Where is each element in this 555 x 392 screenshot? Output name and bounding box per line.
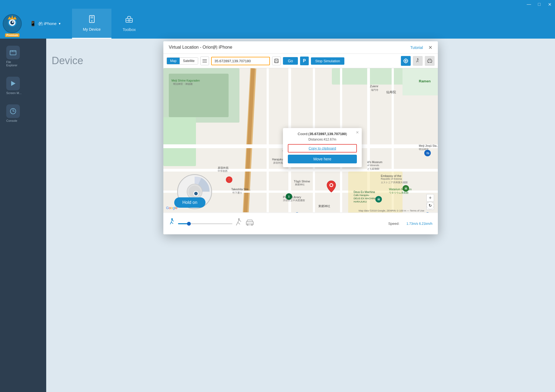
svg-point-37 (330, 184, 332, 186)
nav-bar: Premium 📱 ·的 iPhone ▼ My Device (0, 9, 555, 39)
location-popup: Coord:(35.672897,139.707180) Distances:4… (283, 128, 362, 167)
screen-mirror-icon (6, 77, 20, 90)
move-here-button[interactable]: Move here (288, 155, 357, 163)
svg-line-45 (170, 222, 171, 224)
svg-rect-21 (275, 61, 278, 63)
zoom-in-button[interactable]: + (426, 194, 434, 202)
svg-line-29 (417, 59, 418, 61)
stop-simulation-button[interactable]: Stop Simulation (311, 57, 344, 65)
satellite-view-button[interactable]: Satellite (180, 58, 198, 64)
popup-coord: Coord:(35.672897,139.707180) (288, 132, 357, 136)
virtual-location-modal: Virtual Location - Orion的 iPhone Tutoria… (163, 41, 438, 234)
modal-title: Virtual Location - Orion的 iPhone (169, 45, 232, 50)
park-area-2 (169, 74, 229, 117)
svg-line-51 (238, 222, 240, 224)
go-button[interactable]: Go (283, 57, 298, 65)
speed-track[interactable] (178, 223, 232, 224)
speed-value: 1.73m/s 6.21km/h (407, 222, 432, 226)
tab-my-device[interactable]: My Device (72, 9, 111, 39)
svg-point-54 (247, 224, 248, 226)
svg-point-9 (91, 20, 92, 21)
left-sidebar: FileExplorer Screen M... Console (0, 39, 46, 392)
close-button[interactable]: ✕ (547, 2, 552, 7)
coord-value: 35.672897,139.707180 (310, 132, 346, 136)
premium-badge: Premium (5, 33, 20, 37)
coord-input[interactable] (211, 57, 270, 65)
google-logo: Google (166, 206, 177, 210)
car-mode-icon (245, 219, 254, 228)
map-icon-embassy: 🏛 (403, 185, 409, 192)
svg-marker-14 (11, 81, 15, 86)
window-controls: — □ ✕ (526, 2, 552, 7)
park-area-3 (163, 117, 196, 166)
walk-mode-icon (169, 218, 175, 229)
maximize-button[interactable]: □ (537, 2, 542, 7)
parking-button[interactable]: P (300, 57, 309, 65)
tab-toolbox-label: Toolbox (123, 27, 136, 32)
road-v1 (267, 68, 269, 234)
svg-point-4 (12, 21, 14, 23)
rotate-control[interactable]: ↻ (426, 202, 434, 209)
svg-point-28 (417, 58, 418, 59)
main-location-pin (326, 180, 336, 194)
app-logo: Premium (0, 9, 24, 39)
file-explorer-label: FileExplorer (6, 60, 17, 67)
svg-point-34 (428, 62, 429, 63)
sidebar-item-screen-mirror[interactable]: Screen M... (2, 73, 44, 98)
modal-header-right: Tutorial ✕ (410, 45, 432, 50)
map-attribution: Map data ©2018 Google, ZENRIN ⊙ 100 m — … (358, 209, 424, 212)
drive-mode-button[interactable] (425, 56, 435, 66)
nav-tabs: My Device Toolbox (72, 9, 147, 39)
device-icon: 📱 (30, 21, 36, 27)
speed-label: Speed: (388, 222, 399, 226)
svg-point-23 (405, 60, 407, 62)
district-area (348, 172, 403, 215)
sidebar-item-file-explorer[interactable]: FileExplorer (2, 42, 44, 71)
map-view-toggle: Map Satellite (167, 57, 198, 64)
screen-mirror-label: Screen M... (6, 91, 21, 95)
tab-my-device-label: My Device (83, 27, 101, 32)
sidebar-item-console[interactable]: Console (2, 101, 44, 126)
tab-toolbox[interactable]: Toolbox (111, 9, 147, 39)
popup-distance: Distances:412.67m (288, 138, 357, 141)
svg-line-32 (418, 59, 419, 60)
svg-line-52 (239, 220, 241, 222)
map-view-button[interactable]: Map (167, 58, 180, 64)
speed-thumb (187, 222, 191, 226)
map-icon-info: ℹ (286, 193, 292, 200)
popup-close-icon[interactable]: ✕ (356, 130, 359, 135)
map-area[interactable]: Meiji Shrine Kaguraden 明治神宮・神楽殿 Zuienr 瑞… (163, 68, 438, 234)
speed-display: Speed: 1.73m/s 6.21km/h (388, 222, 432, 226)
logo-svg (2, 14, 22, 33)
my-device-icon (88, 15, 96, 25)
modal-close-button[interactable]: ✕ (428, 45, 432, 50)
map-icon-2: 🛍 (424, 150, 431, 156)
minimize-button[interactable]: — (526, 2, 532, 7)
console-icon (6, 104, 20, 118)
device-name: ·的 iPhone (38, 21, 57, 26)
main-content: Device Virtual Location - Orion的 iPhone … (46, 39, 555, 392)
svg-rect-13 (10, 51, 16, 55)
svg-point-48 (238, 218, 240, 220)
locate-button[interactable] (401, 56, 411, 66)
copy-to-clipboard-button[interactable]: Copy to clipboard (288, 144, 357, 153)
speed-bar: Speed: 1.73m/s 6.21km/h (163, 213, 438, 234)
svg-rect-6 (89, 15, 94, 23)
save-icon-button[interactable] (272, 57, 281, 65)
walk-mode-button[interactable] (413, 56, 423, 66)
list-icon-button[interactable] (200, 57, 209, 65)
console-label: Console (6, 119, 17, 122)
distance-value: 412.67m (324, 138, 336, 141)
tutorial-link[interactable]: Tutorial (410, 45, 423, 50)
run-mode-icon (235, 218, 243, 229)
svg-line-47 (172, 220, 174, 221)
coord-prefix: Coord: (298, 132, 308, 136)
hold-on-button[interactable]: Hold on (174, 197, 205, 208)
file-explorer-icon (6, 46, 20, 59)
svg-point-42 (194, 191, 198, 196)
modal-overlay: Virtual Location - Orion的 iPhone Tutoria… (46, 39, 555, 392)
svg-line-49 (238, 220, 239, 222)
modal-header: Virtual Location - Orion的 iPhone Tutoria… (163, 41, 438, 54)
speed-slider-area (169, 218, 383, 229)
device-selector[interactable]: 📱 ·的 iPhone ▼ (24, 9, 67, 39)
